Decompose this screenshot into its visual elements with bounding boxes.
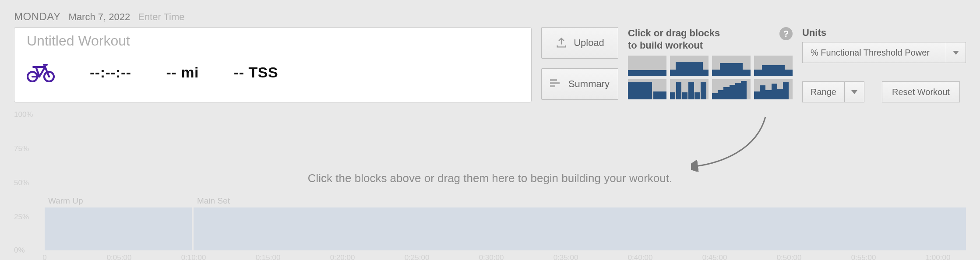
block-ramp-up[interactable] [712,79,751,99]
block-intervals[interactable] [670,79,709,99]
units-label: Units [802,27,966,39]
reset-workout-button[interactable]: Reset Workout [882,81,960,102]
summary-icon [550,78,562,90]
block-steady[interactable] [628,56,666,76]
units-selected: % Functional Threshold Power [811,48,930,58]
block-over-unders[interactable] [754,79,793,99]
summary-label: Summary [568,78,610,90]
summary-button[interactable]: Summary [541,68,618,100]
bike-icon [27,60,55,84]
segment-label: Main Set [197,196,230,206]
upload-icon [555,37,568,49]
chart-hint: Click the blocks above or drag them here… [14,172,966,185]
chevron-down-icon[interactable] [946,42,966,63]
distance-stat: -- mi [166,64,199,81]
x-tick: 0:50:00 [777,253,802,260]
date-label: March 7, 2022 [69,11,130,23]
units-select[interactable]: % Functional Threshold Power [802,42,966,63]
y-tick: 75% [14,144,29,153]
x-tick: 0:10:00 [181,253,206,260]
tss-stat: -- TSS [234,64,278,81]
palette-title: Click or drag blocks to build workout [628,27,775,51]
segment-mainset[interactable] [194,207,966,250]
enter-time-link[interactable]: Enter Time [138,11,184,23]
x-tick: 0:30:00 [479,253,504,260]
segment-label: Warm Up [48,196,83,206]
day-label: MONDAY [14,11,61,23]
y-tick: 25% [14,213,29,221]
chevron-down-icon[interactable] [844,81,864,102]
upload-button[interactable]: Upload [541,27,618,59]
range-label: Range [811,87,836,97]
y-tick: 0% [14,246,25,255]
x-tick: 0:40:00 [628,253,653,260]
x-tick: 0:35:00 [553,253,578,260]
arrow-icon [691,115,770,172]
x-tick: 0:45:00 [702,253,727,260]
upload-label: Upload [574,37,604,49]
workout-chart[interactable]: Click the blocks above or drag them here… [14,114,966,260]
range-select[interactable]: Range [802,81,864,102]
duration-stat: --:--:-- [90,64,131,81]
block-warmup-main-cooldown-tall[interactable] [670,56,709,76]
x-tick: 0:15:00 [256,253,281,260]
y-tick: 50% [14,179,29,187]
help-icon[interactable]: ? [779,27,793,40]
x-tick: 0:55:00 [851,253,876,260]
block-warmup-main-cooldown-low[interactable] [754,56,793,76]
x-tick: 0:25:00 [405,253,430,260]
x-tick: 0:20:00 [330,253,355,260]
block-palette [628,56,793,99]
workout-title-input[interactable] [27,33,519,49]
workout-card: --:--:-- -- mi -- TSS [14,27,532,102]
x-tick: 0:05:00 [107,253,132,260]
y-tick: 100% [14,110,33,119]
block-long-short[interactable] [628,79,666,99]
reset-label: Reset Workout [892,87,950,97]
x-tick: 1:00:00 [926,253,951,260]
x-tick: 0 [42,253,46,260]
segment-warmup[interactable] [45,207,192,250]
block-warmup-main-cooldown-med[interactable] [712,56,751,76]
